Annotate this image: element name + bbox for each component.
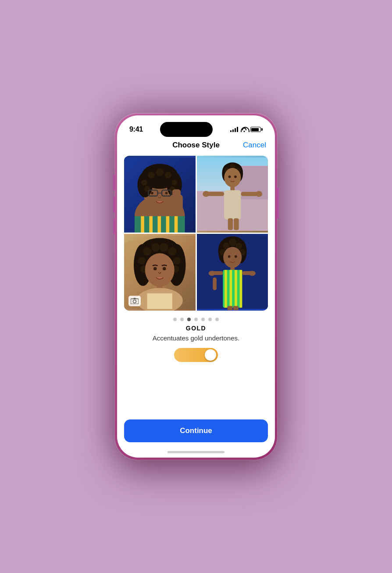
svg-rect-68	[147, 294, 172, 309]
svg-point-64	[153, 267, 157, 271]
svg-point-57	[160, 243, 168, 251]
wifi-icon	[241, 127, 248, 132]
pagination-dots	[117, 318, 275, 321]
toggle-thumb	[205, 349, 216, 361]
svg-rect-85	[225, 270, 227, 308]
photo-bottom-left[interactable]	[124, 234, 196, 311]
svg-rect-41	[224, 190, 241, 219]
home-bar	[167, 451, 225, 453]
svg-point-13	[171, 180, 177, 186]
svg-point-38	[228, 175, 231, 178]
svg-point-76	[228, 239, 236, 246]
svg-point-82	[235, 255, 237, 258]
svg-rect-87	[235, 270, 237, 308]
svg-point-44	[203, 191, 209, 197]
svg-point-8	[148, 172, 154, 178]
status-bar: 9:41	[117, 115, 275, 137]
svg-rect-47	[234, 218, 239, 230]
svg-rect-25	[157, 216, 161, 233]
svg-point-70	[133, 300, 136, 303]
svg-rect-95	[233, 306, 238, 310]
camera-icon[interactable]	[128, 296, 141, 306]
dot-7[interactable]	[215, 318, 219, 321]
svg-rect-86	[229, 270, 232, 308]
home-indicator	[117, 451, 275, 458]
svg-rect-43	[241, 192, 257, 196]
svg-point-65	[163, 267, 166, 271]
dot-2[interactable]	[180, 318, 184, 321]
svg-point-10	[165, 172, 171, 178]
svg-rect-42	[207, 192, 224, 196]
svg-rect-46	[228, 218, 232, 230]
svg-point-91	[208, 271, 215, 276]
photo-top-left[interactable]	[124, 156, 196, 233]
status-time: 9:41	[129, 125, 143, 133]
phone-screen: 9:41 Choose Style	[117, 115, 275, 458]
nav-bar: Choose Style Cancel	[117, 137, 275, 151]
svg-rect-24	[149, 216, 153, 233]
svg-point-93	[249, 271, 255, 276]
svg-rect-88	[239, 270, 242, 308]
svg-point-61	[173, 257, 181, 265]
style-name: GOLD	[117, 325, 275, 332]
style-toggle-container	[117, 348, 275, 362]
svg-point-18	[151, 192, 153, 194]
svg-point-58	[168, 247, 176, 256]
cancel-button[interactable]: Cancel	[243, 141, 266, 150]
svg-rect-26	[166, 216, 170, 233]
status-icons	[230, 127, 263, 132]
svg-point-37	[224, 168, 241, 187]
dynamic-island	[160, 122, 213, 137]
style-description: Accentuates gold undertones.	[117, 334, 275, 342]
svg-point-55	[143, 247, 151, 256]
dot-5[interactable]	[201, 318, 205, 321]
image-grid	[124, 156, 268, 311]
battery-icon	[250, 127, 263, 132]
svg-point-80	[223, 247, 242, 268]
svg-rect-23	[141, 216, 144, 233]
dot-1[interactable]	[173, 318, 177, 321]
dot-6[interactable]	[208, 318, 212, 321]
svg-rect-27	[175, 216, 178, 233]
svg-rect-92	[213, 277, 217, 290]
svg-rect-21	[172, 190, 181, 198]
photo-top-right[interactable]	[197, 156, 268, 233]
svg-point-56	[151, 243, 160, 251]
svg-point-59	[138, 257, 146, 265]
svg-point-81	[228, 255, 230, 258]
nav-title: Choose Style	[172, 141, 220, 150]
signal-icon	[230, 127, 238, 132]
svg-rect-94	[227, 306, 232, 310]
svg-point-45	[255, 191, 262, 197]
photo-bottom-right[interactable]	[197, 234, 268, 311]
svg-point-63	[145, 253, 175, 286]
svg-point-9	[156, 168, 164, 176]
continue-button[interactable]: Continue	[124, 419, 268, 442]
svg-point-11	[141, 180, 147, 186]
style-toggle[interactable]	[174, 348, 218, 362]
svg-point-39	[234, 175, 237, 178]
svg-point-19	[165, 192, 168, 194]
phone-frame: 9:41 Choose Style	[115, 113, 277, 460]
dot-3[interactable]	[187, 318, 191, 321]
dot-4[interactable]	[194, 318, 198, 321]
